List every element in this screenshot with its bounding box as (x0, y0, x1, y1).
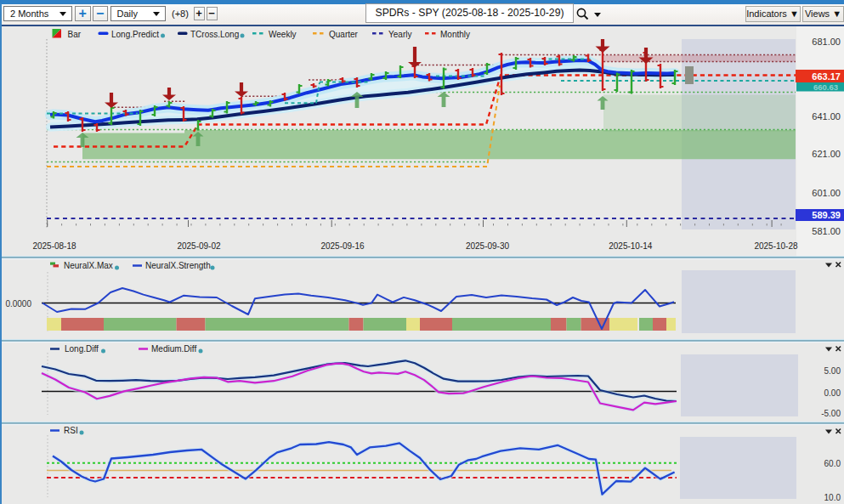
svg-text:RSI: RSI (64, 426, 78, 435)
svg-text:589.39: 589.39 (812, 210, 841, 220)
svg-text:2025-08-18: 2025-08-18 (32, 241, 76, 251)
svg-text:-5.00: -5.00 (821, 409, 841, 418)
svg-text:0.0000: 0.0000 (5, 299, 31, 309)
svg-text:660.63: 660.63 (813, 82, 838, 92)
svg-text:0.00: 0.00 (824, 388, 841, 398)
svg-text:2025-10-28: 2025-10-28 (754, 241, 798, 251)
svg-text:663.17: 663.17 (812, 71, 841, 82)
svg-text:2025-10-14: 2025-10-14 (609, 241, 653, 251)
svg-text:Long.Diff: Long.Diff (65, 344, 99, 354)
svg-text:2025-09-30: 2025-09-30 (466, 241, 510, 251)
svg-text:60.0: 60.0 (824, 459, 841, 468)
svg-text:581.00: 581.00 (812, 226, 841, 236)
svg-text:2025-09-16: 2025-09-16 (320, 241, 365, 251)
svg-text:621.00: 621.00 (812, 149, 841, 159)
svg-text:NeuralX.Max: NeuralX.Max (64, 261, 113, 270)
svg-text:Weekly: Weekly (269, 30, 297, 39)
svg-text:Monthly: Monthly (440, 30, 470, 39)
svg-text:Quarter: Quarter (329, 30, 359, 39)
svg-text:Yearly: Yearly (388, 30, 411, 39)
svg-text:Bar: Bar (68, 30, 82, 39)
svg-text:2025-09-02: 2025-09-02 (177, 241, 221, 251)
svg-text:Long.Predict: Long.Predict (111, 30, 159, 39)
svg-text:TCross.Long: TCross.Long (190, 30, 239, 39)
svg-text:601.00: 601.00 (812, 188, 841, 198)
svg-text:681.00: 681.00 (812, 37, 841, 47)
svg-text:NeuralX.Strength: NeuralX.Strength (145, 261, 211, 270)
svg-text:641.00: 641.00 (812, 111, 841, 122)
svg-text:5.00: 5.00 (824, 366, 841, 376)
svg-text:Medium.Diff: Medium.Diff (151, 344, 196, 354)
svg-text:10.0: 10.0 (824, 493, 841, 502)
